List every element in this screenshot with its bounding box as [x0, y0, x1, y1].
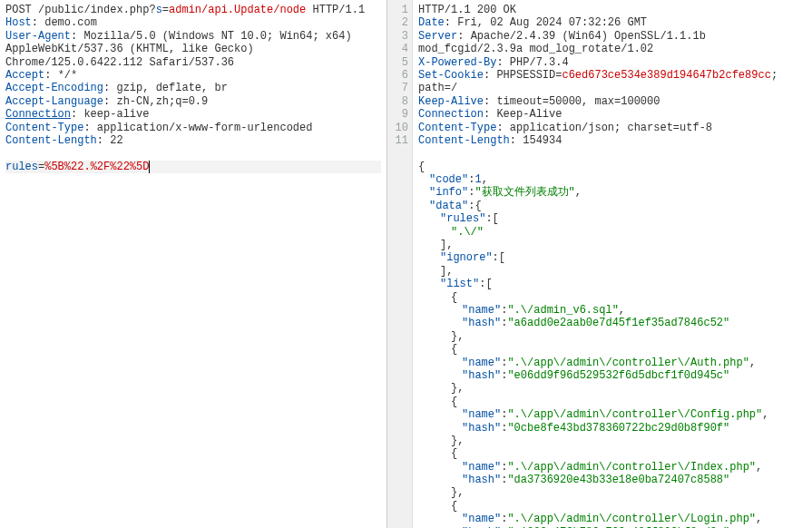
- json-rules: "rules":[: [418, 212, 807, 225]
- req-header-cl: Content-Length: 22: [5, 134, 381, 147]
- response-pane[interactable]: HTTP/1.1 200 OK Date: Fri, 02 Aug 2024 0…: [413, 0, 812, 528]
- json-data: "data":{: [418, 200, 807, 212]
- json-list: "list":[: [418, 278, 807, 290]
- resp-header-cookie-2: path=/: [418, 82, 807, 94]
- blank-line: [5, 147, 381, 160]
- json-list-item-open: {: [418, 291, 807, 304]
- json-list-name: "name":".\/app\/admin\/controller\/Confi…: [418, 408, 807, 421]
- resp-header-server: Server: Apache/2.4.39 (Win64) OpenSSL/1.…: [418, 30, 807, 43]
- json-list-item-open: {: [418, 343, 807, 356]
- req-header-ua-2: AppleWebKit/537.36 (KHTML, like Gecko): [5, 43, 381, 55]
- blank-line: [418, 147, 807, 160]
- json-code: "code":1,: [418, 173, 807, 186]
- json-ignore: "ignore":[: [418, 251, 807, 264]
- resp-header-ka: Keep-Alive: timeout=50000, max=100000: [418, 95, 807, 108]
- json-list-hash: "hash":"da3736920e43b33e18e0ba72407c8588…: [418, 474, 807, 486]
- json-ignore-close: ],: [418, 265, 807, 278]
- req-header-ua: User-Agent: Mozilla/5.0 (Windows NT 10.0…: [5, 30, 381, 43]
- json-list-hash: "hash":"e06dd9f96d529532f6d5dbcf1f0d945c…: [418, 369, 807, 382]
- req-header-ua-3: Chrome/125.0.6422.112 Safari/537.36: [5, 56, 381, 69]
- req-header-accept: Accept: */*: [5, 69, 381, 82]
- req-header-ct: Content-Type: application/x-www-form-url…: [5, 122, 381, 134]
- http-panes: POST /public/index.php?s=admin/api.Updat…: [0, 0, 812, 528]
- json-list-name: "name":".\/admin_v6.sql",: [418, 304, 807, 317]
- resp-header-cl: Content-Length: 154934: [418, 134, 807, 147]
- json-open: {: [418, 161, 807, 173]
- resp-header-cookie: Set-Cookie: PHPSESSID=c6ed673ce534e389d1…: [418, 69, 807, 82]
- status-line: HTTP/1.1 200 OK: [418, 4, 807, 16]
- req-header-host: Host: demo.com: [5, 16, 381, 29]
- json-rules-item: ".\/": [418, 226, 807, 239]
- resp-header-date: Date: Fri, 02 Aug 2024 07:32:26 GMT: [418, 16, 807, 29]
- resp-header-xpb: X-Powered-By: PHP/7.3.4: [418, 56, 807, 69]
- resp-header-conn: Connection: Keep-Alive: [418, 108, 807, 121]
- json-list-item-close: },: [418, 486, 807, 499]
- json-list-item-close: },: [418, 435, 807, 447]
- request-line: POST /public/index.php?s=admin/api.Updat…: [5, 4, 381, 16]
- json-list-name: "name":".\/app\/admin\/controller\/Auth.…: [418, 357, 807, 369]
- request-pane[interactable]: POST /public/index.php?s=admin/api.Updat…: [0, 0, 387, 528]
- json-list-hash: "hash":"a6add0e2aab0e7d45f1ef35ad7846c52…: [418, 317, 807, 329]
- request-body[interactable]: rules=%5B%22.%2F%22%5D: [5, 161, 381, 173]
- json-list-item-open: {: [418, 396, 807, 408]
- line-gutter: 1234567891011: [387, 0, 413, 528]
- json-list-item-close: },: [418, 330, 807, 343]
- req-header-ae: Accept-Encoding: gzip, deflate, br: [5, 82, 381, 94]
- json-info: "info":"获取文件列表成功",: [418, 186, 807, 199]
- json-list-hash: "hash":"0cbe8fe43bd378360722bc29d0b8f90f…: [418, 422, 807, 435]
- json-list-name: "name":".\/app\/admin\/controller\/Index…: [418, 461, 807, 474]
- req-header-al: Accept-Language: zh-CN,zh;q=0.9: [5, 95, 381, 108]
- resp-header-ct: Content-Type: application/json; charset=…: [418, 122, 807, 134]
- json-list-item-close: },: [418, 382, 807, 395]
- json-list-item-open: {: [418, 500, 807, 513]
- resp-header-server-2: mod_fcgid/2.3.9a mod_log_rotate/1.02: [418, 43, 807, 55]
- req-header-conn: Connection: keep-alive: [5, 108, 381, 121]
- json-rules-close: ],: [418, 239, 807, 251]
- json-list-item-open: {: [418, 447, 807, 460]
- json-list-name: "name":".\/app\/admin\/controller\/Login…: [418, 513, 807, 525]
